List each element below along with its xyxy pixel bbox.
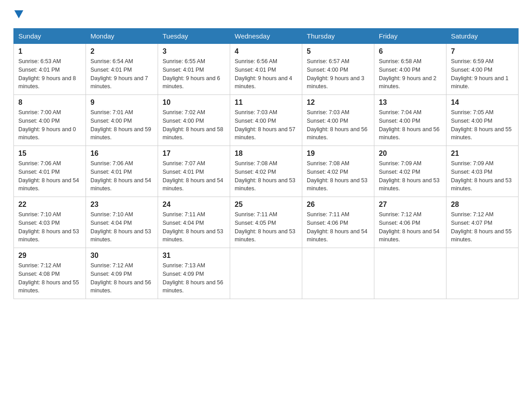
day-number: 18	[235, 150, 297, 158]
calendar-week-row: 8 Sunrise: 7:00 AMSunset: 4:00 PMDayligh…	[14, 95, 519, 146]
day-number: 21	[451, 150, 514, 158]
day-number: 29	[18, 252, 81, 260]
day-number: 23	[90, 201, 153, 209]
day-info: Sunrise: 6:57 AMSunset: 4:00 PMDaylight:…	[307, 57, 369, 91]
calendar-cell: 8 Sunrise: 7:00 AMSunset: 4:00 PMDayligh…	[14, 95, 86, 146]
day-number: 1	[18, 47, 81, 56]
day-number: 24	[163, 201, 225, 209]
day-number: 13	[379, 98, 442, 107]
calendar-cell: 19 Sunrise: 7:08 AMSunset: 4:02 PMDaylig…	[302, 146, 374, 197]
calendar-cell: 21 Sunrise: 7:09 AMSunset: 4:03 PMDaylig…	[446, 146, 519, 197]
header-thursday: Thursday	[302, 29, 374, 44]
day-info: Sunrise: 7:10 AMSunset: 4:04 PMDaylight:…	[90, 210, 153, 244]
day-number: 3	[163, 47, 225, 56]
calendar-cell	[230, 248, 302, 299]
calendar-cell: 6 Sunrise: 6:58 AMSunset: 4:00 PMDayligh…	[374, 44, 446, 95]
calendar-week-row: 22 Sunrise: 7:10 AMSunset: 4:03 PMDaylig…	[14, 197, 519, 248]
day-number: 30	[90, 252, 153, 260]
calendar-week-row: 15 Sunrise: 7:06 AMSunset: 4:01 PMDaylig…	[14, 146, 519, 197]
day-number: 26	[307, 201, 369, 209]
calendar-cell: 23 Sunrise: 7:10 AMSunset: 4:04 PMDaylig…	[86, 197, 158, 248]
calendar-cell: 30 Sunrise: 7:12 AMSunset: 4:09 PMDaylig…	[86, 248, 158, 299]
calendar-cell: 9 Sunrise: 7:01 AMSunset: 4:00 PMDayligh…	[86, 95, 158, 146]
calendar-cell: 14 Sunrise: 7:05 AMSunset: 4:00 PMDaylig…	[446, 95, 519, 146]
day-number: 31	[163, 252, 225, 260]
day-info: Sunrise: 6:59 AMSunset: 4:00 PMDaylight:…	[451, 57, 514, 91]
calendar-cell: 25 Sunrise: 7:11 AMSunset: 4:05 PMDaylig…	[230, 197, 302, 248]
day-number: 27	[379, 201, 442, 209]
calendar-cell: 16 Sunrise: 7:06 AMSunset: 4:01 PMDaylig…	[86, 146, 158, 197]
calendar-cell: 29 Sunrise: 7:12 AMSunset: 4:08 PMDaylig…	[14, 248, 86, 299]
header-wednesday: Wednesday	[230, 29, 302, 44]
calendar-cell: 15 Sunrise: 7:06 AMSunset: 4:01 PMDaylig…	[14, 146, 86, 197]
day-number: 14	[451, 98, 514, 107]
day-number: 4	[235, 47, 297, 56]
calendar-cell: 22 Sunrise: 7:10 AMSunset: 4:03 PMDaylig…	[14, 197, 86, 248]
day-info: Sunrise: 7:10 AMSunset: 4:03 PMDaylight:…	[18, 210, 81, 244]
logo[interactable]	[13, 9, 23, 19]
day-info: Sunrise: 6:54 AMSunset: 4:01 PMDaylight:…	[90, 57, 153, 91]
calendar-table: SundayMondayTuesdayWednesdayThursdayFrid…	[13, 28, 519, 299]
day-info: Sunrise: 7:08 AMSunset: 4:02 PMDaylight:…	[235, 159, 297, 193]
calendar-cell	[302, 248, 374, 299]
day-number: 9	[90, 98, 153, 107]
day-number: 22	[18, 201, 81, 209]
day-number: 16	[90, 150, 153, 158]
day-info: Sunrise: 6:55 AMSunset: 4:01 PMDaylight:…	[163, 57, 225, 91]
calendar-cell: 1 Sunrise: 6:53 AMSunset: 4:01 PMDayligh…	[14, 44, 86, 95]
day-number: 11	[235, 98, 297, 107]
header-tuesday: Tuesday	[158, 29, 230, 44]
day-info: Sunrise: 7:01 AMSunset: 4:00 PMDaylight:…	[90, 108, 153, 142]
calendar-cell: 27 Sunrise: 7:12 AMSunset: 4:06 PMDaylig…	[374, 197, 446, 248]
day-info: Sunrise: 7:12 AMSunset: 4:07 PMDaylight:…	[451, 210, 514, 244]
calendar-cell: 4 Sunrise: 6:56 AMSunset: 4:01 PMDayligh…	[230, 44, 302, 95]
page-header	[13, 9, 519, 19]
calendar-cell: 11 Sunrise: 7:03 AMSunset: 4:00 PMDaylig…	[230, 95, 302, 146]
day-number: 8	[18, 98, 81, 107]
day-info: Sunrise: 7:13 AMSunset: 4:09 PMDaylight:…	[163, 261, 225, 295]
calendar-cell: 10 Sunrise: 7:02 AMSunset: 4:00 PMDaylig…	[158, 95, 230, 146]
calendar-cell: 7 Sunrise: 6:59 AMSunset: 4:00 PMDayligh…	[446, 44, 519, 95]
day-info: Sunrise: 7:03 AMSunset: 4:00 PMDaylight:…	[235, 108, 297, 142]
header-friday: Friday	[374, 29, 446, 44]
day-number: 10	[163, 98, 225, 107]
calendar-week-row: 1 Sunrise: 6:53 AMSunset: 4:01 PMDayligh…	[14, 44, 519, 95]
day-info: Sunrise: 7:11 AMSunset: 4:06 PMDaylight:…	[307, 210, 369, 244]
calendar-cell: 5 Sunrise: 6:57 AMSunset: 4:00 PMDayligh…	[302, 44, 374, 95]
day-info: Sunrise: 7:12 AMSunset: 4:08 PMDaylight:…	[18, 261, 81, 295]
calendar-cell: 24 Sunrise: 7:11 AMSunset: 4:04 PMDaylig…	[158, 197, 230, 248]
day-number: 7	[451, 47, 514, 56]
day-info: Sunrise: 7:09 AMSunset: 4:03 PMDaylight:…	[451, 159, 514, 193]
day-number: 17	[163, 150, 225, 158]
day-number: 5	[307, 47, 369, 56]
svg-marker-0	[14, 10, 23, 18]
day-info: Sunrise: 7:07 AMSunset: 4:01 PMDaylight:…	[163, 159, 225, 193]
calendar-cell	[374, 248, 446, 299]
calendar-cell: 18 Sunrise: 7:08 AMSunset: 4:02 PMDaylig…	[230, 146, 302, 197]
calendar-cell: 17 Sunrise: 7:07 AMSunset: 4:01 PMDaylig…	[158, 146, 230, 197]
day-number: 19	[307, 150, 369, 158]
day-info: Sunrise: 6:56 AMSunset: 4:01 PMDaylight:…	[235, 57, 297, 91]
calendar-cell: 20 Sunrise: 7:09 AMSunset: 4:02 PMDaylig…	[374, 146, 446, 197]
logo-triangle-icon	[14, 10, 23, 19]
day-info: Sunrise: 7:06 AMSunset: 4:01 PMDaylight:…	[90, 159, 153, 193]
header-monday: Monday	[86, 29, 158, 44]
calendar-cell	[446, 248, 519, 299]
day-number: 6	[379, 47, 442, 56]
calendar-cell: 2 Sunrise: 6:54 AMSunset: 4:01 PMDayligh…	[86, 44, 158, 95]
header-saturday: Saturday	[446, 29, 519, 44]
day-number: 20	[379, 150, 442, 158]
day-number: 2	[90, 47, 153, 56]
day-info: Sunrise: 7:12 AMSunset: 4:09 PMDaylight:…	[90, 261, 153, 295]
calendar-cell: 28 Sunrise: 7:12 AMSunset: 4:07 PMDaylig…	[446, 197, 519, 248]
day-info: Sunrise: 7:09 AMSunset: 4:02 PMDaylight:…	[379, 159, 442, 193]
day-info: Sunrise: 7:12 AMSunset: 4:06 PMDaylight:…	[379, 210, 442, 244]
day-info: Sunrise: 6:53 AMSunset: 4:01 PMDaylight:…	[18, 57, 81, 91]
day-info: Sunrise: 7:11 AMSunset: 4:04 PMDaylight:…	[163, 210, 225, 244]
calendar-cell: 26 Sunrise: 7:11 AMSunset: 4:06 PMDaylig…	[302, 197, 374, 248]
calendar-cell: 13 Sunrise: 7:04 AMSunset: 4:00 PMDaylig…	[374, 95, 446, 146]
day-number: 28	[451, 201, 514, 209]
day-number: 25	[235, 201, 297, 209]
day-info: Sunrise: 7:11 AMSunset: 4:05 PMDaylight:…	[235, 210, 297, 244]
calendar-cell: 31 Sunrise: 7:13 AMSunset: 4:09 PMDaylig…	[158, 248, 230, 299]
